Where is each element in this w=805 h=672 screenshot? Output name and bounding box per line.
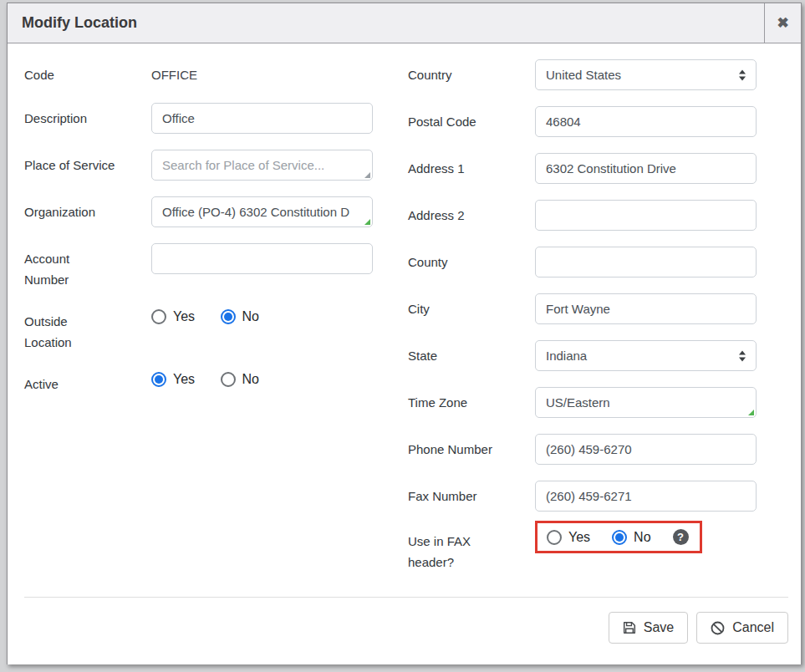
save-floppy-icon xyxy=(623,621,636,634)
place-of-service-row: Place of Service xyxy=(24,150,385,181)
postal-code-row: Postal Code xyxy=(408,106,769,137)
red-highlight-box: Yes No ? xyxy=(535,521,702,553)
footer-divider xyxy=(24,597,788,598)
state-select[interactable]: Indiana xyxy=(535,340,757,371)
address2-input[interactable] xyxy=(535,200,757,231)
use-in-fax-header-no-radio[interactable]: No xyxy=(612,530,650,545)
dialog-footer: Save Cancel xyxy=(24,597,788,644)
country-label: Country xyxy=(408,59,502,85)
code-row: Code OFFICE xyxy=(24,59,385,87)
county-label: County xyxy=(408,247,502,272)
description-input[interactable] xyxy=(151,103,373,134)
organization-row: Organization xyxy=(24,196,385,227)
dialog-title: Modify Location xyxy=(22,3,137,43)
county-input[interactable] xyxy=(535,247,757,277)
account-number-row: Account Number xyxy=(24,243,385,290)
time-zone-input[interactable] xyxy=(535,387,757,418)
time-zone-row: Time Zone xyxy=(408,387,769,418)
save-button[interactable]: Save xyxy=(609,612,688,644)
state-row: State Indiana xyxy=(408,340,769,371)
cancel-ban-icon xyxy=(711,621,725,635)
country-selected-value: United States xyxy=(546,68,621,82)
description-row: Description xyxy=(24,103,385,134)
close-icon: ✖ xyxy=(777,14,788,32)
description-label: Description xyxy=(24,103,116,129)
right-column: Country United States Postal Code Addres… xyxy=(408,59,769,588)
country-select[interactable]: United States xyxy=(535,59,757,90)
phone-number-input[interactable] xyxy=(535,434,757,465)
address2-row: Address 2 xyxy=(408,200,769,231)
code-label: Code xyxy=(24,59,116,85)
code-value: OFFICE xyxy=(151,59,197,85)
dialog-header: Modify Location ✖ xyxy=(8,3,801,43)
radio-unchecked-icon xyxy=(547,530,562,545)
radio-checked-icon xyxy=(221,309,236,324)
radio-checked-icon xyxy=(151,372,166,387)
address1-input[interactable] xyxy=(535,153,757,184)
cancel-button[interactable]: Cancel xyxy=(696,612,788,644)
city-label: City xyxy=(408,293,502,319)
postal-code-input[interactable] xyxy=(535,106,757,137)
active-label: Active xyxy=(24,369,116,395)
outside-location-yes-radio[interactable]: Yes xyxy=(151,309,195,324)
modify-location-dialog: Modify Location ✖ Code OFFICE Descriptio… xyxy=(7,3,802,664)
organization-input[interactable] xyxy=(151,196,373,227)
outside-location-row: Outside Location Yes No xyxy=(24,306,385,353)
typeahead-loaded-corner-icon xyxy=(748,410,754,415)
dialog-body: Code OFFICE Description Place of Service… xyxy=(8,43,801,664)
address1-row: Address 1 xyxy=(408,153,769,184)
close-button[interactable]: ✖ xyxy=(764,3,801,43)
radio-unchecked-icon xyxy=(221,372,236,387)
state-label: State xyxy=(408,340,502,366)
city-input[interactable] xyxy=(535,293,757,324)
time-zone-label: Time Zone xyxy=(408,387,502,413)
phone-number-row: Phone Number xyxy=(408,434,769,465)
address2-label: Address 2 xyxy=(408,200,502,226)
active-row: Active Yes No xyxy=(24,369,385,395)
postal-code-label: Postal Code xyxy=(408,106,502,132)
save-button-label: Save xyxy=(644,620,674,635)
use-in-fax-header-row: Use in FAX header? Yes No ? xyxy=(408,526,769,573)
outside-location-no-radio[interactable]: No xyxy=(221,309,259,324)
phone-number-label: Phone Number xyxy=(408,434,502,460)
place-of-service-input[interactable] xyxy=(151,150,373,181)
fax-number-input[interactable] xyxy=(535,481,757,512)
use-in-fax-header-yes-radio[interactable]: Yes xyxy=(547,530,590,545)
typeahead-loaded-corner-icon xyxy=(364,219,370,225)
account-number-input[interactable] xyxy=(151,243,373,274)
active-yes-radio[interactable]: Yes xyxy=(151,372,195,387)
left-column: Code OFFICE Description Place of Service… xyxy=(24,59,385,410)
place-of-service-label: Place of Service xyxy=(24,150,116,176)
fax-number-label: Fax Number xyxy=(408,481,502,507)
help-question-icon[interactable]: ? xyxy=(673,529,689,545)
select-updown-icon xyxy=(739,350,746,361)
radio-checked-icon xyxy=(612,530,627,545)
typeahead-corner-icon xyxy=(364,172,370,178)
county-row: County xyxy=(408,247,769,277)
select-updown-icon xyxy=(739,69,746,80)
active-no-radio[interactable]: No xyxy=(221,372,259,387)
address1-label: Address 1 xyxy=(408,153,502,179)
account-number-label: Account Number xyxy=(24,243,116,290)
outside-location-label: Outside Location xyxy=(24,306,116,353)
city-row: City xyxy=(408,293,769,324)
radio-unchecked-icon xyxy=(151,309,166,324)
state-selected-value: Indiana xyxy=(546,349,587,363)
cancel-button-label: Cancel xyxy=(732,620,774,635)
country-row: Country United States xyxy=(408,59,769,90)
use-in-fax-header-label: Use in FAX header? xyxy=(408,526,502,573)
fax-number-row: Fax Number xyxy=(408,481,769,512)
organization-label: Organization xyxy=(24,196,116,222)
